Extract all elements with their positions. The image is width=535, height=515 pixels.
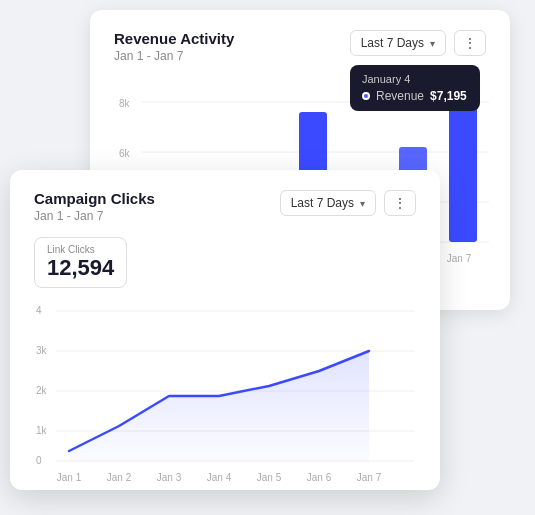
tooltip-value: $7,195 — [430, 89, 467, 103]
campaign-more-button[interactable]: ⋮ — [384, 190, 416, 216]
svg-text:8k: 8k — [119, 98, 131, 109]
link-clicks-metric: Link Clicks 12,594 — [34, 237, 127, 288]
svg-text:Jan 7: Jan 7 — [357, 472, 382, 483]
revenue-card-header: Revenue Activity Jan 1 - Jan 7 Last 7 Da… — [114, 30, 486, 63]
svg-rect-12 — [449, 97, 477, 242]
campaign-chart: 4 3k 2k 1k 0 Jan 1 Jan 2 — [34, 296, 416, 500]
revenue-more-button[interactable]: ⋮ — [454, 30, 486, 56]
chevron-down-icon: ▾ — [430, 38, 435, 49]
svg-text:4: 4 — [36, 305, 42, 316]
revenue-date-dropdown[interactable]: Last 7 Days ▾ — [350, 30, 446, 56]
campaign-card-title: Campaign Clicks — [34, 190, 155, 207]
svg-text:3k: 3k — [36, 345, 48, 356]
tooltip-date: January 4 — [362, 73, 468, 85]
tooltip-label: Revenue — [376, 89, 424, 103]
svg-text:0: 0 — [36, 455, 42, 466]
revenue-card-title: Revenue Activity — [114, 30, 234, 47]
svg-text:Jan 5: Jan 5 — [257, 472, 282, 483]
svg-text:1k: 1k — [36, 425, 48, 436]
svg-text:Jan 6: Jan 6 — [307, 472, 332, 483]
svg-text:Jan 1: Jan 1 — [57, 472, 82, 483]
metric-value: 12,594 — [47, 255, 114, 281]
tooltip-row: Revenue $7,195 — [362, 89, 468, 103]
svg-text:Jan 7: Jan 7 — [447, 253, 472, 264]
chevron-down-icon: ▾ — [360, 198, 365, 209]
metric-label: Link Clicks — [47, 244, 114, 255]
campaign-card-header: Campaign Clicks Jan 1 - Jan 7 Last 7 Day… — [34, 190, 416, 223]
campaign-clicks-card: Campaign Clicks Jan 1 - Jan 7 Last 7 Day… — [10, 170, 440, 490]
revenue-card-controls: Last 7 Days ▾ ⋮ — [350, 30, 486, 56]
svg-text:Jan 4: Jan 4 — [207, 472, 232, 483]
campaign-date-dropdown[interactable]: Last 7 Days ▾ — [280, 190, 376, 216]
campaign-card-controls: Last 7 Days ▾ ⋮ — [280, 190, 416, 216]
svg-text:Jan 3: Jan 3 — [157, 472, 182, 483]
tooltip-dot-icon — [362, 92, 370, 100]
revenue-card-subtitle: Jan 1 - Jan 7 — [114, 49, 234, 63]
revenue-tooltip: January 4 Revenue $7,195 — [350, 65, 480, 111]
campaign-card-subtitle: Jan 1 - Jan 7 — [34, 209, 155, 223]
svg-text:Jan 2: Jan 2 — [107, 472, 132, 483]
svg-text:2k: 2k — [36, 385, 48, 396]
svg-text:6k: 6k — [119, 148, 131, 159]
